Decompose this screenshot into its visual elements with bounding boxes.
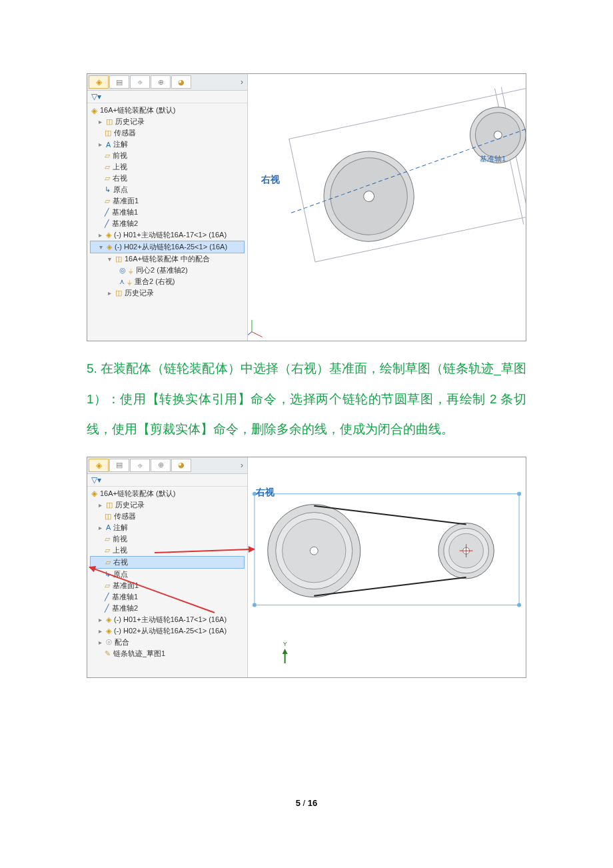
tree-item-comp2[interactable]: ▸◈(-) H02+从动链轮16A-25<1> (16A)	[90, 625, 245, 637]
tree-item-sensors[interactable]: ◫传感器	[90, 511, 245, 522]
tree-item-top[interactable]: ▱上视	[90, 161, 245, 173]
tab-display[interactable]: ⎆	[130, 459, 150, 472]
tab-config[interactable]: ▤	[109, 459, 129, 472]
expand-icon: ▸	[97, 501, 103, 509]
tree-item-origin[interactable]: ↳原点	[90, 569, 245, 580]
tree-root[interactable]: ◈16A+链轮装配体 (默认)	[90, 488, 245, 499]
tree-item-mates[interactable]: ▸⦾配合	[90, 637, 245, 648]
tree-item-right[interactable]: ▱右视	[90, 173, 245, 184]
item-label: 基准面1	[113, 581, 139, 591]
collapse-icon: ▾	[106, 255, 113, 263]
datum-label-axis1: 基准轴1	[480, 154, 506, 164]
item-label: 上视	[113, 162, 127, 172]
tree-item-concentric[interactable]: ◎⏚同心2 (基准轴2)	[90, 265, 245, 276]
mates-icon: ⦾	[106, 638, 112, 647]
ground-icon: ⏚	[127, 278, 132, 286]
sensor-icon: ◫	[105, 512, 111, 521]
tree-item-history[interactable]: ▸◫历史记录	[90, 499, 245, 511]
tree-item-plane1[interactable]: ▱基准面1	[90, 195, 245, 207]
panel-tabs: ◈ ▤ ⎆ ⊕ ◕ ›	[87, 74, 247, 91]
tree-item-origin[interactable]: ↳原点	[90, 184, 245, 195]
axis-icon: ╱	[105, 604, 109, 613]
tree-item-right-selected[interactable]: ▱右视	[90, 556, 245, 569]
tree-item-mates-in[interactable]: ▾◫16A+链轮装配体 中的配合	[90, 253, 245, 265]
filter-row[interactable]: ▽▾	[87, 474, 247, 487]
plane-icon: ▱	[105, 581, 110, 590]
tree-item-sketch[interactable]: ✎链条轨迹_草图1	[90, 648, 245, 659]
plane-icon: ▱	[105, 558, 111, 567]
display-icon: ⎆	[138, 461, 143, 469]
plane-icon: ▱	[105, 151, 110, 160]
tab-assembly[interactable]: ◈	[89, 459, 109, 472]
tree-item-comp1[interactable]: ▸◈(-) H01+主动链轮16A-17<1> (16A)	[90, 614, 245, 625]
assembly-icon: ◈	[96, 461, 102, 470]
item-label: 传感器	[114, 511, 136, 521]
tab-config[interactable]: ▤	[109, 75, 129, 89]
filter-row[interactable]: ▽▾	[87, 91, 247, 103]
tab-target[interactable]: ⊕	[151, 75, 171, 89]
tree-item-annot[interactable]: ▸A注解	[90, 139, 245, 150]
viewport-1[interactable]: 右视 基准轴1	[248, 74, 526, 341]
axis-icon: ╱	[105, 219, 109, 228]
component-icon: ◈	[107, 243, 112, 251]
axis-icon: ╱	[105, 208, 109, 217]
viewport-svg	[248, 74, 526, 341]
tree-item-comp1[interactable]: ▸◈(-) H01+主动链轮16A-17<1> (16A)	[90, 229, 245, 241]
viewport-2[interactable]: 右视	[248, 457, 526, 677]
expand-icon: ▸	[106, 289, 113, 297]
tree-item-front[interactable]: ▱前视	[90, 150, 245, 161]
item-label: (-) H01+主动链轮16A-17<1> (16A)	[114, 230, 227, 240]
appearance-icon: ◕	[178, 461, 185, 469]
tree-item-coincident[interactable]: ⋏⏚重合2 (右视)	[90, 276, 245, 287]
plane-icon: ▱	[105, 535, 110, 543]
item-label: 基准面1	[113, 196, 139, 206]
tree-item-history[interactable]: ▸◫历史记录	[90, 116, 245, 127]
step-5-text: 5. 在装配体（链轮装配体）中选择（右视）基准面，绘制草图（链条轨迹_草图 1）…	[87, 353, 526, 445]
tab-appearance[interactable]: ◕	[171, 75, 191, 89]
item-label: 同心2 (基准轴2)	[136, 265, 188, 275]
tree-item-comp2-selected[interactable]: ▾◈(-) H02+从动链轮16A-25<1> (16A)	[90, 241, 245, 253]
item-label: 传感器	[114, 128, 136, 138]
tab-target[interactable]: ⊕	[151, 459, 171, 472]
item-label: 前视	[113, 151, 127, 161]
tabs-overflow[interactable]: ›	[238, 77, 246, 87]
list-icon: ▤	[116, 461, 123, 469]
item-label: 16A+链轮装配体 中的配合	[125, 254, 210, 264]
plane-icon: ▱	[105, 163, 110, 171]
page-sep: /	[301, 798, 308, 808]
filter-icon: ▽	[91, 475, 97, 485]
tab-display[interactable]: ⎆	[130, 75, 150, 89]
collapse-icon: ▾	[97, 243, 104, 251]
page-footer: 5 / 16	[87, 798, 526, 808]
tree-item-annot[interactable]: ▸A注解	[90, 522, 245, 533]
item-label: 注解	[113, 139, 128, 149]
page-total: 16	[308, 798, 317, 808]
item-label: 原点	[113, 185, 128, 195]
tree-item-plane1[interactable]: ▱基准面1	[90, 580, 245, 591]
expand-icon: ▸	[97, 141, 103, 148]
tree-root[interactable]: ◈16A+链轮装配体 (默认)	[90, 105, 245, 116]
assembly-icon: ◈	[91, 106, 97, 115]
tree-item-axis2[interactable]: ╱基准轴2	[90, 603, 245, 614]
tabs-overflow[interactable]: ›	[238, 461, 246, 470]
item-label: 右视	[113, 557, 128, 567]
expand-icon: ▸	[97, 118, 103, 125]
svg-line-11	[252, 332, 263, 337]
tree-item-sensors[interactable]: ◫传感器	[90, 127, 245, 139]
svg-line-12	[248, 332, 252, 337]
item-label: (-) H02+从动链轮16A-25<1> (16A)	[115, 242, 227, 252]
tree-item-axis2[interactable]: ╱基准轴2	[90, 218, 245, 229]
svg-point-21	[310, 547, 318, 555]
tree-item-axis1[interactable]: ╱基准轴1	[90, 207, 245, 218]
tree-item-front[interactable]: ▱前视	[90, 533, 245, 545]
expand-icon: ▸	[97, 616, 103, 623]
item-label: (-) H02+从动链轮16A-25<1> (16A)	[114, 626, 227, 636]
tree-item-history2[interactable]: ▸◫历史记录	[90, 287, 245, 299]
tree-item-axis1[interactable]: ╱基准轴1	[90, 591, 245, 603]
item-label: (-) H01+主动链轮16A-17<1> (16A)	[114, 615, 227, 625]
tab-appearance[interactable]: ◕	[171, 459, 191, 472]
ground-icon: ⏚	[129, 267, 133, 275]
item-label: 链条轨迹_草图1	[113, 649, 165, 659]
tab-assembly[interactable]: ◈	[89, 75, 109, 89]
item-label: 注解	[113, 523, 128, 533]
